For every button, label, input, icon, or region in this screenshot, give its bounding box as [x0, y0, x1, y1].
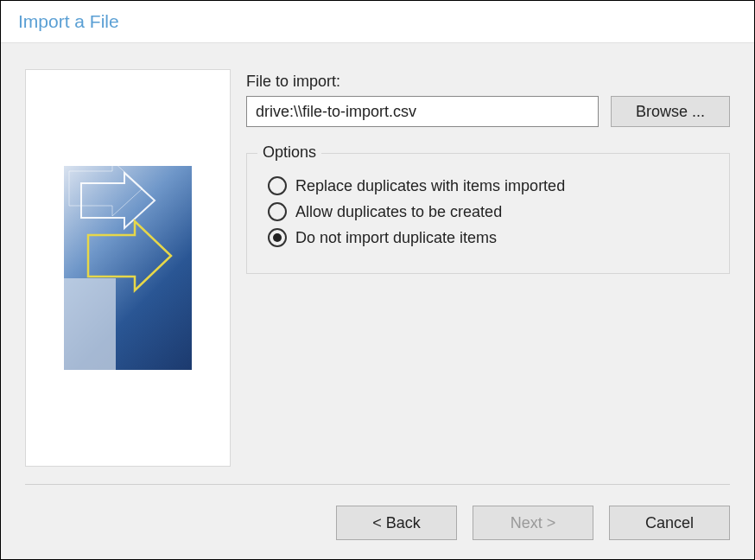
radio-icon — [268, 202, 287, 221]
radio-do-not-import-duplicates[interactable]: Do not import duplicate items — [268, 228, 714, 247]
next-button[interactable]: Next > — [473, 506, 593, 540]
file-input-row: Browse ... — [246, 96, 730, 127]
back-button[interactable]: < Back — [336, 506, 457, 540]
wizard-arrow-illustration — [64, 166, 192, 370]
svg-marker-0 — [64, 278, 116, 370]
form-panel: File to import: Browse ... Options Repla… — [246, 69, 730, 467]
radio-label: Do not import duplicate items — [295, 229, 497, 247]
file-to-import-label: File to import: — [246, 73, 730, 91]
browse-button[interactable]: Browse ... — [611, 96, 730, 127]
radio-replace-duplicates[interactable]: Replace duplicates with items imported — [268, 176, 714, 195]
cancel-button[interactable]: Cancel — [609, 506, 730, 540]
wizard-illustration-panel — [25, 69, 231, 467]
radio-label: Replace duplicates with items imported — [295, 177, 565, 195]
radio-allow-duplicates[interactable]: Allow duplicates to be created — [268, 202, 714, 221]
dialog-content: File to import: Browse ... Options Repla… — [1, 43, 754, 484]
radio-icon — [268, 176, 287, 195]
file-path-input[interactable] — [246, 96, 599, 127]
options-group: Options Replace duplicates with items im… — [246, 153, 730, 274]
dialog-footer: < Back Next > Cancel — [1, 485, 754, 560]
options-legend: Options — [257, 143, 321, 162]
dialog-title: Import a File — [1, 1, 754, 43]
radio-label: Allow duplicates to be created — [295, 203, 502, 221]
radio-icon — [268, 228, 287, 247]
